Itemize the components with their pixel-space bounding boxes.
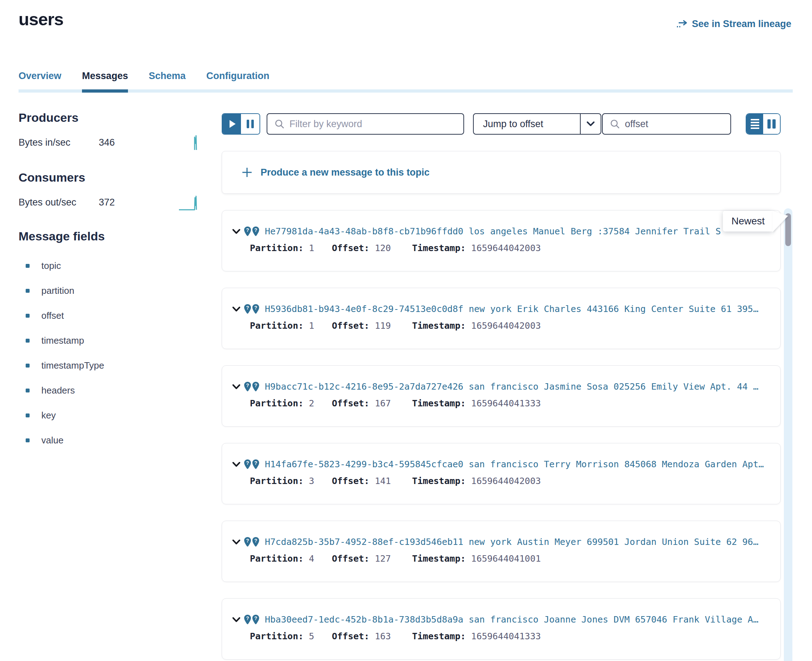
expand-chevron-icon[interactable] [232,306,244,312]
question-pin-icon: ? [244,382,251,391]
svg-text:?: ? [246,305,249,311]
format-icons: ? ? [244,304,259,314]
field-bullet-icon [26,289,30,293]
field-bullet-icon [26,314,30,318]
message-summary: H9bacc71c-b12c-4216-8e95-2a7da727e426 sa… [265,382,759,392]
play-icon [229,120,235,128]
message-summary: H14fa67fe-5823-4299-b3c4-595845cfcae0 sa… [265,459,764,469]
partition-value: 1 [309,321,314,331]
keyword-filter-field [267,113,464,135]
field-item-partition: partition [19,278,202,303]
column-view-icon [772,119,776,129]
format-icons: ? ? [244,615,259,624]
timestamp-value: 1659644041333 [471,398,541,409]
timestamp-value: 1659644042003 [471,476,541,486]
bytes-in-metric: Bytes in/sec 346 [19,135,202,150]
play-button[interactable] [223,114,241,134]
message-summary-row: ? ? H5936db81-b943-4e0f-8c29-74513e0c0d8… [232,304,770,314]
keyword-filter-input[interactable] [290,118,456,129]
question-pin-icon: ? [252,382,259,391]
offset-value: 167 [375,398,391,409]
pause-button[interactable] [241,114,259,134]
format-icons: ? ? [244,382,259,391]
svg-text:?: ? [246,460,249,466]
consumers-heading: Consumers [19,170,202,185]
question-pin-icon: ? [244,460,251,469]
format-icons: ? ? [244,460,259,469]
expand-chevron-icon[interactable] [232,539,244,545]
field-item-timestampType: timestampType [19,353,202,378]
list-view-icon [751,119,759,120]
tab-messages[interactable]: Messages [82,70,128,82]
svg-text:?: ? [254,460,257,466]
metrics-sidebar: Producers Bytes in/sec 346 Consumers Byt… [19,110,202,453]
svg-text:?: ? [246,615,249,621]
expand-chevron-icon[interactable] [232,384,244,390]
message-summary: He77981da-4a43-48ab-b8f8-cb71b96ffdd0 lo… [265,226,721,236]
search-icon [610,119,620,129]
jump-to-offset-select[interactable]: Jump to offset [473,113,601,135]
message-fields-list: topic partition offset timestamp timesta… [19,253,202,453]
jump-select-value: Jump to offset [474,114,580,134]
column-view-button[interactable] [763,114,780,134]
question-pin-icon: ? [252,615,259,624]
chevron-down-icon [580,114,601,134]
svg-text:?: ? [254,538,257,543]
producers-heading: Producers [19,110,202,125]
bytes-out-value: 372 [99,197,115,208]
expand-chevron-icon[interactable] [232,461,244,467]
message-meta-row: Partition: 5 Offset: 163 Timestamp: 1659… [250,631,770,642]
produce-message-button[interactable]: Produce a new message to this topic [222,151,781,194]
question-pin-icon: ? [244,615,251,624]
offset-value: 120 [375,243,391,253]
message-card[interactable]: ? ? Hba30eed7-1edc-452b-8b1a-738d3b5d8a9… [222,598,781,659]
offset-search-input[interactable] [625,118,723,129]
svg-text:?: ? [246,383,249,388]
tab-underline-track [19,89,793,93]
message-card[interactable]: ? ? He77981da-4a43-48ab-b8f8-cb71b96ffdd… [222,210,781,271]
list-view-button[interactable] [746,114,763,134]
lineage-arrow-icon [676,19,688,29]
field-item-offset: offset [19,303,202,328]
expand-chevron-icon[interactable] [232,228,244,234]
partition-value: 3 [309,476,314,486]
tab-messages-label: Messages [82,70,128,81]
field-item-timestamp: timestamp [19,328,202,353]
field-bullet-icon [26,414,30,417]
view-toggle-group [746,113,781,135]
partition-value: 1 [309,243,314,253]
question-pin-icon: ? [244,227,251,236]
scrollbar-track[interactable] [784,208,793,661]
field-bullet-icon [26,264,30,268]
message-card[interactable]: ? ? H14fa67fe-5823-4299-b3c4-595845cfcae… [222,443,781,504]
svg-text:?: ? [254,615,257,621]
bytes-out-sparkline-icon [178,194,199,211]
message-card[interactable]: ? ? H5936db81-b943-4e0f-8c29-74513e0c0d8… [222,288,781,349]
tab-overview[interactable]: Overview [19,70,61,82]
stream-lineage-link[interactable]: See in Stream lineage [676,19,791,30]
bytes-out-label: Bytes out/sec [19,197,99,208]
question-pin-icon: ? [252,537,259,547]
message-meta-row: Partition: 3 Offset: 141 Timestamp: 1659… [250,476,770,486]
tab-configuration[interactable]: Configuration [207,70,269,82]
offset-value: 119 [375,321,391,331]
message-card[interactable]: ? ? H9bacc71c-b12c-4216-8e95-2a7da727e42… [222,366,781,427]
timestamp-value: 1659644042003 [471,243,541,253]
field-bullet-icon [26,339,30,343]
format-icons: ? ? [244,537,259,547]
question-pin-icon: ? [252,460,259,469]
expand-chevron-icon[interactable] [232,617,244,623]
messages-panel: Jump to offset [222,113,781,661]
svg-text:?: ? [254,305,257,311]
pause-icon [247,120,249,128]
partition-value: 5 [309,631,314,642]
tab-bar: Overview Messages Schema Configuration [19,70,793,93]
tab-schema[interactable]: Schema [149,70,186,82]
svg-text:?: ? [254,227,257,233]
field-item-topic: topic [19,253,202,278]
message-card[interactable]: ? ? H7cda825b-35b7-4952-88ef-c193d546eb1… [222,520,781,582]
message-meta-row: Partition: 4 Offset: 127 Timestamp: 1659… [250,554,770,564]
timestamp-value: 1659644041001 [471,554,541,564]
message-summary: H5936db81-b943-4e0f-8c29-74513e0c0d8f ne… [265,304,759,314]
offset-value: 127 [375,554,391,564]
